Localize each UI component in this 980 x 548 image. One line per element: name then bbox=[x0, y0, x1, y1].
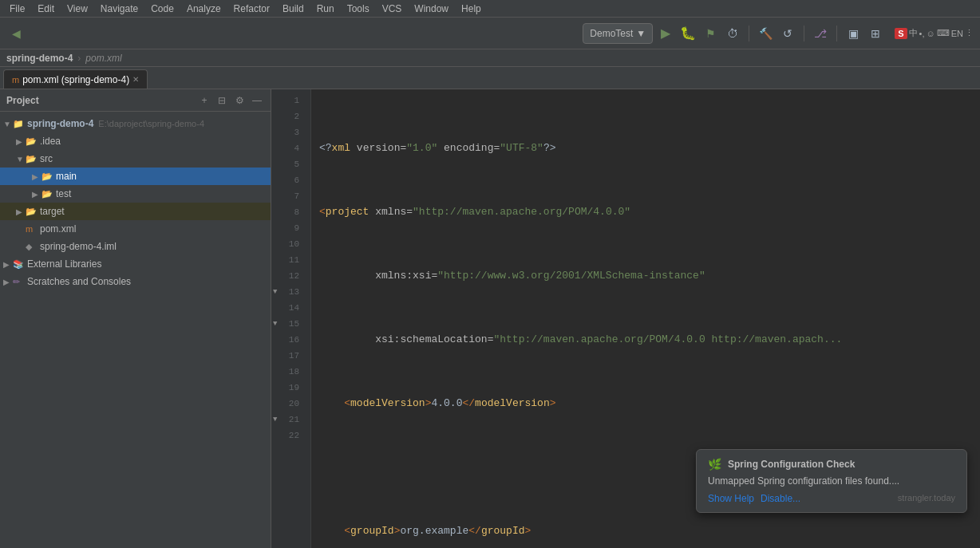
panel-collapse-btn[interactable]: — bbox=[250, 93, 264, 108]
icon-iml: ◆ bbox=[26, 242, 37, 252]
path-spring-demo-4: E:\daproject\spring-demo-4 bbox=[98, 119, 204, 128]
layout-button[interactable]: ⊞ bbox=[866, 24, 885, 43]
label-iml: spring-demo-4.iml bbox=[40, 241, 117, 252]
icon-test: 📂 bbox=[41, 189, 53, 199]
label-pom-xml: pom.xml bbox=[40, 223, 76, 235]
ime-chinese[interactable]: 中 bbox=[909, 27, 918, 39]
menu-tools[interactable]: Tools bbox=[341, 0, 376, 17]
code-line-1: <?xml version="1.0" encoding="UTF-8"?> bbox=[319, 140, 980, 156]
tab-label: pom.xml (spring-demo-4) bbox=[22, 74, 129, 85]
ln-15: ▼ 15 bbox=[271, 316, 304, 332]
notif-show-help[interactable]: Show Help bbox=[708, 493, 754, 504]
label-target: target bbox=[40, 206, 65, 217]
tree-item-test[interactable]: ▶ 📂 test bbox=[0, 185, 271, 203]
tree-item-spring-demo-4[interactable]: ▼ 📁 spring-demo-4 E:\daproject\spring-de… bbox=[0, 115, 271, 132]
tree-item-pom-xml[interactable]: ▶ m pom.xml bbox=[0, 220, 271, 238]
back-btn[interactable]: ◀ bbox=[6, 24, 26, 43]
menu-help[interactable]: Help bbox=[455, 0, 488, 17]
menu-run[interactable]: Run bbox=[310, 0, 341, 17]
tree-item-idea[interactable]: ▶ 📂 .idea bbox=[0, 132, 271, 150]
icon-target: 📂 bbox=[26, 207, 37, 217]
menu-window[interactable]: Window bbox=[408, 0, 455, 17]
menu-view[interactable]: View bbox=[61, 0, 94, 17]
tree-item-external-libs[interactable]: ▶ 📚 External Libraries bbox=[0, 255, 271, 273]
menu-refactor[interactable]: Refactor bbox=[227, 0, 276, 17]
profile-button[interactable]: ⏱ bbox=[723, 24, 742, 43]
menu-edit[interactable]: Edit bbox=[31, 0, 61, 17]
debug-button[interactable]: 🐛 bbox=[678, 24, 697, 43]
arrow-target: ▶ bbox=[16, 207, 24, 216]
icon-scratches: ✏ bbox=[13, 277, 24, 287]
ln-9: 9 bbox=[271, 220, 304, 236]
panel-title: Project bbox=[6, 95, 194, 106]
ln-22: 22 bbox=[271, 428, 304, 444]
arrow-src: ▼ bbox=[16, 155, 24, 164]
sync-button[interactable]: ↺ bbox=[778, 24, 797, 43]
menu-build[interactable]: Build bbox=[276, 0, 310, 17]
file-tabs: m pom.xml (spring-demo-4) ✕ bbox=[0, 67, 980, 89]
menu-file[interactable]: File bbox=[3, 0, 31, 17]
tree-item-scratches[interactable]: ▶ ✏ Scratches and Consoles bbox=[0, 273, 271, 290]
panel-settings-btn[interactable]: ⚙ bbox=[232, 93, 247, 108]
panel-layout-btn[interactable]: ⊟ bbox=[215, 93, 229, 108]
run-config-arrow: ▼ bbox=[636, 28, 646, 39]
ln-16: 16 bbox=[271, 332, 304, 348]
arrow-scratches: ▶ bbox=[3, 278, 11, 286]
ime-dot[interactable]: •, bbox=[919, 29, 925, 38]
menu-code[interactable]: Code bbox=[144, 0, 180, 17]
label-main: main bbox=[56, 171, 77, 182]
tab-icon: m bbox=[12, 75, 19, 85]
icon-spring-demo-4: 📁 bbox=[13, 119, 24, 129]
arrow-idea: ▶ bbox=[16, 137, 24, 146]
ime-en[interactable]: EN bbox=[951, 29, 963, 38]
ln-21: ▼ 21 bbox=[271, 412, 304, 428]
label-src: src bbox=[40, 153, 53, 164]
tree-item-src[interactable]: ▼ 📂 src bbox=[0, 150, 271, 168]
ln-14: 14 bbox=[271, 300, 304, 316]
fold-arrow-15[interactable]: ▼ bbox=[273, 316, 277, 332]
terminal-button[interactable]: ▣ bbox=[844, 24, 863, 43]
icon-idea: 📂 bbox=[26, 136, 37, 147]
ime-keyboard[interactable]: ⌨ bbox=[937, 28, 950, 38]
run-config-selector[interactable]: DemoTest ▼ bbox=[583, 23, 653, 44]
ln-7: 7 bbox=[271, 188, 304, 204]
notif-disable[interactable]: Disable... bbox=[761, 493, 800, 504]
notif-spring-icon: 🌿 bbox=[708, 458, 721, 471]
tree-item-target[interactable]: ▶ 📂 target bbox=[0, 203, 271, 220]
title-bar: spring-demo-4 › pom.xml bbox=[0, 49, 980, 67]
toolbar-separator-3 bbox=[836, 26, 837, 41]
icon-external-libs: 📚 bbox=[13, 259, 24, 270]
ime-emoji[interactable]: ☺ bbox=[926, 29, 935, 38]
icon-main: 📂 bbox=[41, 171, 53, 182]
ime-more[interactable]: ⋮ bbox=[965, 28, 974, 38]
arrow-spring-demo-4: ▼ bbox=[3, 120, 11, 128]
line-numbers: 1 2 3 4 5 6 7 8 9 10 11 12 ▼ 13 14 ▼ bbox=[271, 89, 311, 548]
tree-item-iml[interactable]: ▶ ◆ spring-demo-4.iml bbox=[0, 238, 271, 255]
run-button[interactable]: ▶ bbox=[656, 24, 675, 43]
label-scratches: Scratches and Consoles bbox=[27, 276, 131, 287]
menu-navigate[interactable]: Navigate bbox=[94, 0, 144, 17]
notif-header: 🌿 Spring Configuration Check bbox=[708, 458, 955, 471]
project-panel: Project + ⊟ ⚙ — ▼ 📁 spring-demo-4 E:\dap… bbox=[0, 89, 271, 548]
code-line-5: <modelVersion>4.0.0</modelVersion> bbox=[319, 396, 980, 412]
build-button[interactable]: 🔨 bbox=[756, 24, 775, 43]
tab-close-btn[interactable]: ✕ bbox=[132, 75, 139, 84]
fold-arrow-21[interactable]: ▼ bbox=[273, 412, 277, 428]
panel-add-btn[interactable]: + bbox=[197, 93, 211, 108]
label-spring-demo-4: spring-demo-4 bbox=[27, 118, 93, 129]
tree-item-main[interactable]: ▶ 📂 main bbox=[0, 168, 271, 185]
tab-pom-xml[interactable]: m pom.xml (spring-demo-4) ✕ bbox=[3, 69, 148, 89]
menu-vcs[interactable]: VCS bbox=[376, 0, 409, 17]
fold-arrow-13[interactable]: ▼ bbox=[273, 284, 277, 300]
git-button[interactable]: ⎇ bbox=[811, 24, 830, 43]
notif-actions: Show Help Disable... strangler.today bbox=[708, 493, 955, 504]
menu-analyze[interactable]: Analyze bbox=[180, 0, 227, 17]
notif-external-link[interactable]: strangler.today bbox=[898, 493, 955, 504]
ln-6: 6 bbox=[271, 172, 304, 188]
arrow-external-libs: ▶ bbox=[3, 260, 11, 269]
menubar: File Edit View Navigate Code Analyze Ref… bbox=[0, 0, 980, 18]
ln-19: 19 bbox=[271, 380, 304, 396]
ime-s-btn[interactable]: S bbox=[895, 28, 907, 39]
notification-popup: 🌿 Spring Configuration Check Unmapped Sp… bbox=[696, 449, 967, 513]
coverage-button[interactable]: ⚑ bbox=[701, 24, 720, 43]
